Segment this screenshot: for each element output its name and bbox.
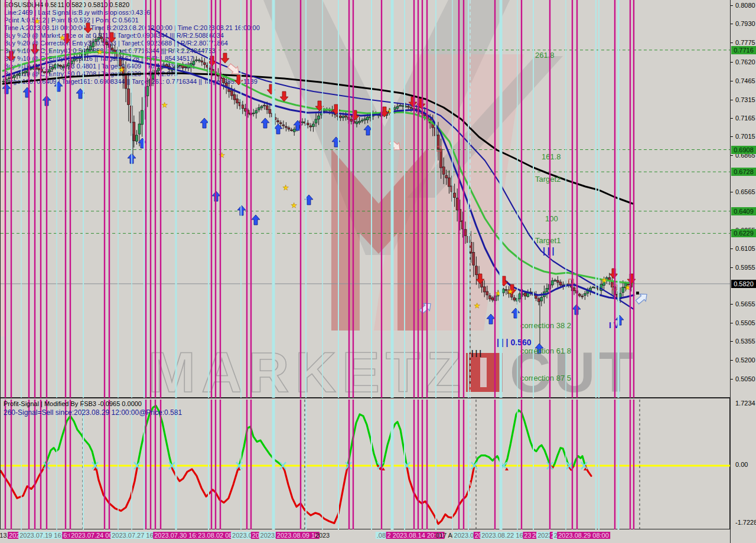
buy-arrow-icon <box>2 84 11 94</box>
sell-arrow-icon <box>280 91 288 102</box>
star-marker-icon: ★ <box>162 101 168 109</box>
star-marker-icon: ★ <box>60 34 66 42</box>
sell-arrow-icon <box>221 53 229 63</box>
price-tick-label: 0.7015 <box>735 133 755 140</box>
target-price-badge: 0.7716 <box>731 46 756 54</box>
price-axis[interactable]: 0.80800.79300.77750.76200.74650.73150.71… <box>730 0 756 543</box>
fib-label: correction 38.2 <box>520 321 571 330</box>
buy-arrow-icon <box>237 205 246 215</box>
buy-arrow-icon <box>200 118 208 128</box>
tick-marks-label: | | | <box>471 349 481 357</box>
sell-arrow-icon <box>610 269 618 279</box>
indicator-panel[interactable] <box>0 398 730 529</box>
price-tick-label: 0.7465 <box>735 77 755 84</box>
price-tick-label: 0.7620 <box>735 58 755 66</box>
indicator-signal-status: 260-Signal=Sell since:2023.08.29 12:00:0… <box>4 408 182 417</box>
star-marker-icon: ★ <box>291 201 298 210</box>
oscillator-canvas[interactable] <box>1 398 731 530</box>
fib-label: 161.8 <box>542 152 561 161</box>
time-axis-label: 2023 <box>314 532 331 539</box>
price-chart-canvas[interactable]: MARKETZCUTEOSUSDi,H4 0.5811 0.5820 0.581… <box>1 0 731 398</box>
axis-tick-mark <box>731 192 733 192</box>
indicator-axis-label: -1.7228 <box>735 519 756 526</box>
price-tick-label: 0.5655 <box>735 300 755 308</box>
axis-tick-mark <box>731 5 733 6</box>
buy-arrow-icon <box>261 118 269 128</box>
fib-label: correction 61.8 <box>520 346 571 355</box>
main-chart-panel[interactable]: MARKETZCUTEOSUSDi,H4 0.5811 0.5820 0.581… <box>0 0 730 398</box>
star-marker-icon: ★ <box>474 302 481 310</box>
star-marker-icon: ★ <box>97 48 103 56</box>
price-tick-label: 0.5505 <box>735 319 755 326</box>
axis-tick-mark <box>731 304 733 305</box>
target-price-badge: 0.6409 <box>731 207 756 215</box>
chart-info-line: EOSUSDi,H4 0.5811 0.5820 0.5810 0.5820 <box>4 1 129 8</box>
axis-tick-mark <box>731 42 733 43</box>
price-tick-label: 0.7165 <box>735 115 755 122</box>
axis-tick-mark <box>731 155 733 156</box>
axis-tick-mark <box>731 118 733 119</box>
price-tick-label: 0.7775 <box>735 39 755 46</box>
price-tick-label: 0.8080 <box>735 2 755 9</box>
fib-label: correction 87.5 <box>520 374 571 382</box>
buy-arrow-icon <box>252 215 260 225</box>
chart-info-line: Line:2469 | Last Signal is:Buy with stop… <box>4 9 150 16</box>
axis-tick-mark <box>731 248 733 249</box>
price-tick-label: 0.6565 <box>735 188 755 195</box>
star-marker-icon: ★ <box>507 287 514 296</box>
axis-tick-mark <box>731 81 733 81</box>
axis-tick-mark <box>731 379 733 380</box>
axis-tick-mark <box>731 62 733 63</box>
price-tick-label: 0.5200 <box>735 356 755 364</box>
indicator-axis-label: 0.00 <box>735 461 748 468</box>
axis-tick-mark <box>731 24 733 24</box>
star-marker-icon: ★ <box>119 66 125 74</box>
target-price-badge: 0.6229 <box>731 229 756 237</box>
indicator-axis-label: 1.7234 <box>735 400 755 407</box>
correction-price-label: | | | <box>543 246 555 256</box>
vertical-lines[interactable] <box>5 400 634 529</box>
fib-label: 261.8 <box>535 51 555 60</box>
last-bar-marker <box>636 292 639 295</box>
axis-tick-mark <box>731 341 733 342</box>
time-axis[interactable]: 13.02023 22023.07.19 16:006:002023.07.24… <box>0 529 730 543</box>
watermark-text-marketz: MARKETZ <box>148 341 467 398</box>
time-axis-label: 2023.08.09 16 <box>276 532 320 539</box>
indicator-title: Profit-Signal | Modified By FSB3 -0.0965… <box>4 400 142 407</box>
price-tick-label: 0.6105 <box>735 245 755 252</box>
price-tick-label: 0.5955 <box>735 264 755 271</box>
price-tick-label: 0.7930 <box>735 20 755 27</box>
buy-arrow-icon <box>511 308 520 318</box>
chart-info-line: Buy %20 @ Correction Entry38 0.5613 | Ta… <box>4 40 228 47</box>
target-price-badge: 0.6728 <box>731 168 756 176</box>
price-tick-label: 0.5050 <box>735 375 755 382</box>
axis-tick-mark <box>731 323 733 323</box>
star-marker-icon: ★ <box>601 276 608 284</box>
current-price-badge: 0.5820 <box>731 280 756 288</box>
buy-arrow-icon <box>487 314 495 324</box>
buy-arrow-icon <box>274 124 282 134</box>
axis-tick-mark <box>731 136 733 137</box>
fib-label: Target2 <box>535 175 561 184</box>
buy-arrow-icon <box>23 87 31 97</box>
target-price-badge: 0.6908 <box>731 146 756 154</box>
axis-tick-mark <box>731 100 733 100</box>
axis-tick-mark <box>731 360 733 361</box>
fib-label: 100 <box>545 214 558 223</box>
price-tick-label: 0.5355 <box>735 338 755 345</box>
price-tick-label: 0.7315 <box>735 96 755 103</box>
star-marker-icon: ★ <box>283 184 289 192</box>
fib-label: Target1 <box>535 236 561 245</box>
trading-terminal-window: MARKETZCUTEOSUSDi,H4 0.5811 0.5820 0.581… <box>0 0 756 543</box>
axis-tick-mark <box>731 267 733 268</box>
time-axis-label: 2023.08.29 08:00 <box>557 532 610 539</box>
